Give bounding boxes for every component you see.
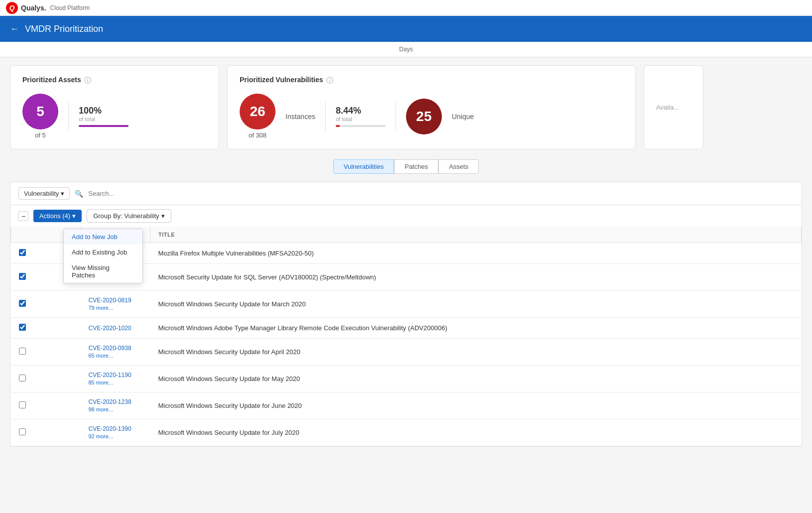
row-cve-cell: CVE-2020-123898 more... <box>81 392 150 419</box>
row-checkbox[interactable] <box>19 348 26 355</box>
row-checkbox[interactable] <box>19 401 26 408</box>
row-title: Microsoft Windows Security Update for Ju… <box>158 402 302 409</box>
table-row: CVE-2020-123898 more...Microsoft Windows… <box>11 392 802 419</box>
row-cve-cell: CVE-2020-1020 <box>81 318 150 339</box>
vulns-pct: 8.44% <box>336 106 386 116</box>
vulns-title-row: Prioritized Vulnerabilities ⓘ <box>240 76 623 86</box>
cve-more-link[interactable]: 85 more... <box>89 380 114 385</box>
row-cve-cell: CVE-2020-093865 more... <box>81 339 150 366</box>
cve-more-link[interactable]: 92 more... <box>89 433 114 439</box>
assets-circle: 5 <box>22 94 58 129</box>
assets-pct-block: 100% of total <box>79 106 129 127</box>
actions-label: Actions (4) <box>39 212 70 220</box>
vulns-pct-sub: of total <box>336 116 386 122</box>
table-row: CVE-2020-139092 more...Microsoft Windows… <box>11 419 802 446</box>
row-checkbox[interactable] <box>19 300 26 307</box>
add-to-new-job-item[interactable]: Add to New Job <box>64 229 142 245</box>
vulns-instances-circle: 26 <box>240 94 275 129</box>
vulns-card: Prioritized Vulnerabilities ⓘ 26 of 308 … <box>227 65 636 149</box>
row-checkbox[interactable] <box>19 324 26 331</box>
assets-data-row: 5 of 5 100% of total <box>22 94 207 139</box>
cve-link[interactable]: CVE-2020-1020 <box>89 325 142 332</box>
tab-vulnerabilities[interactable]: Vulnerabilities <box>333 159 394 174</box>
row-checkbox[interactable] <box>19 273 26 280</box>
deselect-button[interactable]: − <box>18 211 28 221</box>
unique-label: Unique <box>452 113 474 121</box>
row-cve-cell: CVE-2020-139092 more... <box>81 419 150 446</box>
search-input[interactable] <box>88 190 188 197</box>
row-title: Microsoft Windows Security Update for Ap… <box>158 348 300 356</box>
cve-link[interactable]: CVE-2020-1390 <box>89 425 142 432</box>
table-row: CVE-2020-093865 more...Microsoft Windows… <box>11 339 802 366</box>
back-button[interactable]: ← <box>10 24 19 34</box>
cve-more-link[interactable]: 79 more... <box>89 305 114 311</box>
cve-link[interactable]: CVE-2020-0819 <box>89 297 142 304</box>
search-icon: 🔍 <box>75 190 83 198</box>
main-content: Prioritized Assets ⓘ 5 of 5 100% of tota… <box>0 57 812 455</box>
row-title: Microsoft Windows Security Update for Ma… <box>158 300 306 308</box>
assets-circle-detail: 5 of 5 <box>22 94 58 139</box>
stats-row: Prioritized Assets ⓘ 5 of 5 100% of tota… <box>10 65 802 149</box>
group-by-button[interactable]: Group By: Vulnerability ▾ <box>87 209 171 223</box>
assets-info-icon[interactable]: ⓘ <box>84 76 91 85</box>
row-checkbox[interactable] <box>19 375 26 382</box>
group-by-label: Group By: Vulnerability <box>93 212 159 220</box>
cve-more-link[interactable]: 65 more... <box>89 353 114 359</box>
vulns-card-inner: Prioritized Vulnerabilities ⓘ 26 of 308 … <box>240 76 623 139</box>
actions-dropdown-menu: Add to New Job Add to Existing Job View … <box>63 229 143 283</box>
vuln-dropdown-label: Vulnerability <box>24 190 59 197</box>
cve-link[interactable]: CVE-2020-1190 <box>89 372 142 379</box>
instances-label: Instances <box>285 113 315 121</box>
logo-area: Q Qualys. Cloud Platform <box>6 2 90 14</box>
row-title-cell: Microsoft Windows Adobe Type Manager Lib… <box>150 318 802 339</box>
cve-more-link[interactable]: 98 more... <box>89 406 114 412</box>
row-title-cell: Microsoft Windows Security Update for Ju… <box>150 392 802 419</box>
assets-pct-sub: of total <box>79 116 129 122</box>
assets-card-inner: Prioritized Assets ⓘ 5 of 5 100% of tota… <box>22 76 207 139</box>
vulnerability-dropdown[interactable]: Vulnerability ▾ <box>18 187 70 200</box>
row-title: Microsoft Windows Security Update for Ju… <box>158 429 299 436</box>
vulns-unique-circle: 25 <box>406 99 442 134</box>
row-checkbox[interactable] <box>19 428 26 435</box>
brand-name: Qualys. <box>21 4 46 12</box>
days-bar: Days <box>0 42 812 57</box>
cve-link[interactable]: CVE-2020-1238 <box>89 398 142 405</box>
actions-button[interactable]: Actions (4) ▾ <box>33 210 82 222</box>
vulns-unique-detail: 25 <box>406 99 442 134</box>
assets-title-row: Prioritized Assets ⓘ <box>22 76 207 86</box>
row-checkbox[interactable] <box>19 249 26 256</box>
avail-card: Availa... <box>644 65 703 149</box>
actions-arrow-icon: ▾ <box>72 212 76 220</box>
avail-label: Availa... <box>656 104 679 111</box>
row-title-cell: Microsoft Windows Security Update for Ju… <box>150 419 802 446</box>
vulns-data-row: 26 of 308 Instances 8.44% of total <box>240 94 623 139</box>
vulns-instances-detail: 26 of 308 <box>240 94 275 139</box>
assets-pct-bar <box>79 125 129 127</box>
row-title-cell: Mozilla Firefox Multiple Vulnerabilities… <box>150 243 802 264</box>
vulns-of-label: of 308 <box>249 131 267 139</box>
row-title-cell: Microsoft Windows Security Update for Ap… <box>150 339 802 366</box>
assets-pct: 100% <box>79 106 129 116</box>
tab-patches[interactable]: Patches <box>394 159 438 174</box>
brand-sub: Cloud Platform <box>50 4 90 11</box>
filter-bar: Vulnerability ▾ 🔍 <box>10 182 802 205</box>
vulns-pct-block: 8.44% of total <box>336 106 386 127</box>
tabs-row: Vulnerabilities Patches Assets <box>10 159 802 174</box>
assets-card: Prioritized Assets ⓘ 5 of 5 100% of tota… <box>10 65 219 149</box>
table-row: CVE-2020-081979 more...Microsoft Windows… <box>11 291 802 318</box>
col-header-title: TITLE <box>150 227 802 243</box>
tab-assets[interactable]: Assets <box>438 159 479 174</box>
row-title-cell: Microsoft Windows Security Update for Ma… <box>150 291 802 318</box>
cve-link[interactable]: CVE-2020-0938 <box>89 345 142 352</box>
vulns-info-icon[interactable]: ⓘ <box>326 76 333 85</box>
vulns-pct-bar <box>336 125 386 127</box>
row-title-cell: Microsoft Security Update for SQL Server… <box>150 264 802 291</box>
assets-pct-fill <box>79 125 129 127</box>
row-title: Microsoft Windows Adobe Type Manager Lib… <box>158 324 447 332</box>
view-missing-patches-item[interactable]: View Missing Patches <box>64 260 142 283</box>
actions-dropdown-container: Actions (4) ▾ Add to New Job Add to Exis… <box>33 210 82 222</box>
vulns-card-title: Prioritized Vulnerabilities <box>240 76 323 84</box>
top-bar: Q Qualys. Cloud Platform <box>0 0 812 16</box>
row-cve-cell: CVE-2020-081979 more... <box>81 291 150 318</box>
add-to-existing-job-item[interactable]: Add to Existing Job <box>64 245 142 260</box>
